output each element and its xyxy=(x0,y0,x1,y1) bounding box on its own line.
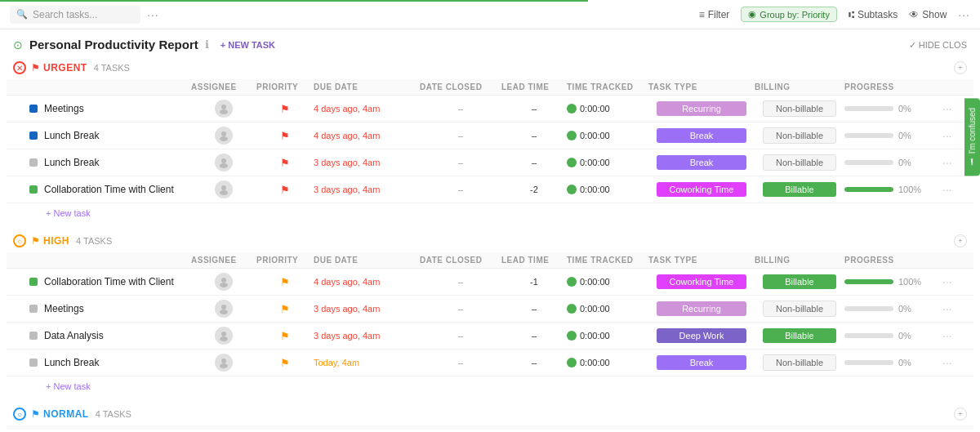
task-name[interactable]: Collaboration Time with Client xyxy=(44,184,174,195)
priority-flag[interactable]: ⚑ xyxy=(280,184,290,196)
section-expand-high[interactable]: + xyxy=(954,234,967,247)
task-type-badge[interactable]: Coworking Time xyxy=(657,274,746,289)
section-flag-high: ⚑ xyxy=(31,235,40,247)
progress-value: 0% xyxy=(898,104,911,114)
col-header-billing: BILLING xyxy=(755,429,844,430)
priority-flag[interactable]: ⚑ xyxy=(280,303,290,315)
task-name[interactable]: Lunch Break xyxy=(44,357,99,368)
task-type-badge[interactable]: Recurring xyxy=(657,101,746,116)
task-name[interactable]: Data Analysis xyxy=(44,330,104,341)
confused-sidebar[interactable]: ℹ I'm confused xyxy=(964,98,980,176)
section-toggle-normal[interactable]: ○ xyxy=(13,408,26,421)
task-name-cell: Meetings xyxy=(13,303,191,314)
col-header-date-closed: DATE CLOSED xyxy=(420,82,501,91)
billing-badge[interactable]: Non-billable xyxy=(763,301,836,317)
task-type-cell: Deep Work xyxy=(648,328,755,343)
priority-flag[interactable]: ⚑ xyxy=(280,276,290,288)
col-header-due-date: DUE DATE xyxy=(314,82,420,91)
section-toggle-high[interactable]: ○ xyxy=(13,234,26,247)
task-type-badge[interactable]: Break xyxy=(657,355,746,370)
billing-badge[interactable]: Billable xyxy=(763,328,836,343)
billing-badge[interactable]: Non-billable xyxy=(763,354,836,371)
section-header-urgent: ✕ ⚑ URGENT 4 TASKS + xyxy=(7,56,973,79)
task-type-badge[interactable]: Recurring xyxy=(657,301,746,316)
section-expand-normal[interactable]: + xyxy=(954,408,967,421)
svg-point-13 xyxy=(220,336,228,341)
priority-flag[interactable]: ⚑ xyxy=(280,357,290,369)
col-extra xyxy=(942,82,967,91)
show-button[interactable]: 👁 Show xyxy=(909,9,947,20)
task-name-cell: Lunch Break xyxy=(13,130,191,141)
billing-badge[interactable]: Non-billable xyxy=(763,127,836,144)
task-name[interactable]: Lunch Break xyxy=(44,157,99,168)
avatar[interactable] xyxy=(215,100,233,118)
due-date-cell: 3 days ago, 4am xyxy=(314,331,420,341)
group-by-button[interactable]: ◉ Group by: Priority xyxy=(741,7,837,22)
time-dot xyxy=(567,358,577,367)
row-more[interactable]: ··· xyxy=(942,302,967,315)
time-dot xyxy=(567,158,577,167)
group-icon: ◉ xyxy=(748,9,756,20)
priority-flag[interactable]: ⚑ xyxy=(280,130,290,142)
progress-cell: 0% xyxy=(844,131,942,140)
hide-close-button[interactable]: ✓ HIDE CLOS xyxy=(909,40,967,50)
task-type-badge[interactable]: Break xyxy=(657,128,746,143)
row-more[interactable]: ··· xyxy=(942,275,967,288)
task-type-badge[interactable]: Coworking Time xyxy=(657,182,746,197)
priority-cell: ⚑ xyxy=(256,330,314,342)
top-bar-more-icon[interactable]: ··· xyxy=(958,8,970,21)
billing-badge[interactable]: Non-billable xyxy=(763,100,836,117)
billing-badge[interactable]: Non-billable xyxy=(763,154,836,171)
section-expand-urgent[interactable]: + xyxy=(954,61,967,74)
row-more[interactable]: ··· xyxy=(942,102,967,115)
new-task-button[interactable]: + NEW TASK xyxy=(216,38,280,51)
task-type-cell: Coworking Time xyxy=(648,274,755,289)
avatar[interactable] xyxy=(215,300,233,318)
info-icon[interactable]: ℹ xyxy=(205,38,209,51)
priority-cell: ⚑ xyxy=(256,184,314,196)
billing-badge[interactable]: Billable xyxy=(763,274,836,289)
priority-flag[interactable]: ⚑ xyxy=(280,330,290,342)
task-type-badge[interactable]: Deep Work xyxy=(657,328,746,343)
filter-button[interactable]: ≡ Filter xyxy=(699,9,730,20)
row-more[interactable]: ··· xyxy=(942,156,967,169)
subtasks-button[interactable]: ⑆ Subtasks xyxy=(849,9,898,20)
priority-flag[interactable]: ⚑ xyxy=(280,157,290,169)
more-options-icon[interactable]: ··· xyxy=(147,8,159,21)
section-toggle-urgent[interactable]: ✕ xyxy=(13,61,26,74)
avatar[interactable] xyxy=(215,180,233,198)
lead-time-cell: -2 xyxy=(501,185,567,194)
col-header-task-type: TASK TYPE xyxy=(648,256,755,265)
row-more[interactable]: ··· xyxy=(942,129,967,142)
page-header-left: ⊙ Personal Productivity Report ℹ + NEW T… xyxy=(13,38,280,51)
assignee-cell xyxy=(191,180,256,198)
avatar[interactable] xyxy=(215,354,233,372)
task-type-badge[interactable]: Break xyxy=(657,155,746,170)
avatar[interactable] xyxy=(215,154,233,171)
task-name[interactable]: Meetings xyxy=(44,103,84,114)
billing-badge[interactable]: Billable xyxy=(763,182,836,197)
main-content: ✕ ⚑ URGENT 4 TASKS + ASSIGNEEPRIORITYDUE… xyxy=(0,56,980,430)
search-box[interactable]: 🔍 Search tasks... xyxy=(10,6,140,24)
priority-cell: ⚑ xyxy=(256,357,314,369)
priority-flag[interactable]: ⚑ xyxy=(280,103,290,115)
task-name[interactable]: Collaboration Time with Client xyxy=(44,276,174,287)
task-name[interactable]: Meetings xyxy=(44,303,84,314)
new-task-row-urgent[interactable]: + New task xyxy=(7,203,973,223)
task-name[interactable]: Lunch Break xyxy=(44,130,99,141)
avatar[interactable] xyxy=(215,273,233,291)
row-more[interactable]: ··· xyxy=(942,329,967,342)
time-tracked-cell: 0:00:00 xyxy=(567,104,648,114)
time-tracked-cell: 0:00:00 xyxy=(567,277,648,287)
col-header-assignee: ASSIGNEE xyxy=(191,256,256,265)
row-more[interactable]: ··· xyxy=(942,356,967,369)
assignee-cell xyxy=(191,327,256,345)
billing-cell: Billable xyxy=(755,328,844,343)
new-task-row-high[interactable]: + New task xyxy=(7,376,973,396)
avatar[interactable] xyxy=(215,127,233,145)
billing-cell: Non-billable xyxy=(755,354,844,371)
row-more[interactable]: ··· xyxy=(942,183,967,196)
section-count-high: 4 TASKS xyxy=(76,236,112,246)
avatar[interactable] xyxy=(215,327,233,345)
section-urgent: ✕ ⚑ URGENT 4 TASKS + ASSIGNEEPRIORITYDUE… xyxy=(7,56,973,223)
